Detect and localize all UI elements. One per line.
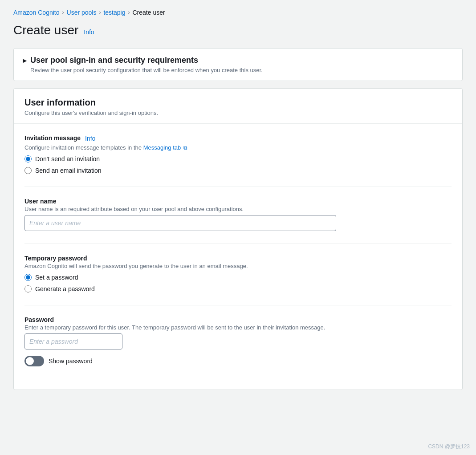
no-invitation-radio[interactable] (24, 155, 32, 162)
send-email-option[interactable]: Send an email invitation (24, 167, 452, 174)
breadcrumb-amazon-cognito[interactable]: Amazon Cognito (13, 9, 60, 16)
divider-1 (24, 187, 452, 187)
breadcrumb-user-pools[interactable]: User pools (67, 9, 97, 16)
external-link-icon: ⧉ (183, 145, 187, 151)
collapsible-description: Review the user pool security configurat… (30, 67, 263, 73)
divider-3 (24, 305, 452, 305)
collapsible-title: User pool sign-in and security requireme… (30, 56, 263, 65)
password-group: Password Enter a temporary password for … (24, 316, 452, 366)
page-title: Create user (13, 23, 78, 37)
breadcrumb-separator-2: › (99, 9, 101, 16)
no-invitation-label: Don't send an invitation (35, 155, 100, 162)
temp-password-options-group: Set a password Generate a password (24, 274, 452, 292)
generate-password-label: Generate a password (35, 285, 95, 292)
send-email-label: Send an email invitation (35, 167, 102, 174)
temp-password-group: Temporary password Amazon Cognito will s… (24, 255, 452, 292)
form-section-title: User information (24, 98, 452, 108)
invitation-message-label: Invitation message (24, 134, 81, 142)
breadcrumb-separator-3: › (128, 9, 130, 16)
breadcrumb-separator-1: › (62, 9, 64, 16)
breadcrumb-create-user: Create user (132, 9, 165, 16)
collapsible-arrow-icon: ▶ (23, 57, 27, 64)
messaging-tab-link[interactable]: Messaging tab (143, 144, 181, 151)
collapsible-header[interactable]: ▶ User pool sign-in and security require… (14, 49, 462, 81)
invitation-message-sublabel: Configure invitation message templates i… (24, 144, 452, 151)
breadcrumb: Amazon Cognito › User pools › testapig ›… (13, 9, 463, 16)
password-sublabel: Enter a temporary password for this user… (24, 324, 452, 331)
username-input[interactable] (24, 215, 336, 231)
collapsible-section: ▶ User pool sign-in and security require… (13, 48, 463, 81)
show-password-toggle[interactable] (24, 356, 44, 366)
page-title-row: Create user Info (13, 23, 463, 37)
username-label: User name (24, 198, 452, 205)
breadcrumb-testapig[interactable]: testapig (103, 9, 125, 16)
form-body: Invitation message Info Configure invita… (14, 124, 462, 390)
invitation-message-info-link[interactable]: Info (85, 135, 95, 142)
password-input[interactable] (24, 333, 122, 349)
temp-password-label: Temporary password (24, 255, 452, 262)
form-section-subtitle: Configure this user's verification and s… (24, 110, 452, 116)
generate-password-radio[interactable] (24, 285, 32, 292)
generate-password-option[interactable]: Generate a password (24, 285, 452, 292)
password-label: Password (24, 316, 452, 323)
form-section-header: User information Configure this user's v… (14, 89, 462, 124)
set-password-label: Set a password (35, 274, 78, 281)
divider-2 (24, 244, 452, 244)
toggle-slider (24, 356, 44, 366)
invitation-options-group: Don't send an invitation Send an email i… (24, 155, 452, 174)
temp-password-sublabel: Amazon Cognito will send the password yo… (24, 263, 452, 269)
no-invitation-option[interactable]: Don't send an invitation (24, 155, 452, 162)
page-info-link[interactable]: Info (84, 28, 94, 36)
set-password-option[interactable]: Set a password (24, 274, 452, 281)
username-sublabel: User name is an required attribute based… (24, 206, 452, 212)
set-password-radio[interactable] (24, 274, 32, 281)
show-password-row: Show password (24, 356, 452, 366)
show-password-label: Show password (49, 358, 93, 365)
watermark: CSDN @罗技123 (428, 443, 470, 451)
form-section: User information Configure this user's v… (13, 88, 463, 390)
send-email-radio[interactable] (24, 167, 32, 174)
invitation-message-group: Invitation message Info Configure invita… (24, 134, 452, 174)
username-group: User name User name is an required attri… (24, 198, 452, 231)
